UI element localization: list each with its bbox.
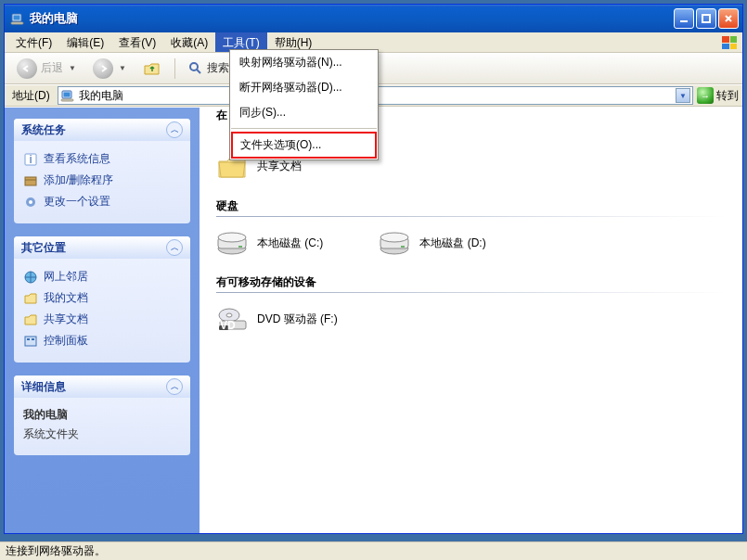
documents-icon (23, 291, 38, 306)
svg-point-20 (218, 233, 246, 242)
status-text: 连接到网络驱动器。 (6, 543, 106, 559)
svg-text:i: i (30, 153, 32, 166)
link-label: 网上邻居 (44, 269, 88, 285)
dvd-drive[interactable]: DVD DVD 驱动器 (F:) (216, 306, 338, 332)
maximize-button[interactable] (696, 8, 716, 29)
link-shared-docs[interactable]: 共享文档 (23, 309, 181, 330)
titlebar[interactable]: 我的电脑 (5, 5, 742, 32)
menu-folder-options[interactable]: 文件夹选项(O)... (233, 134, 375, 157)
section-removable: 有可移动存储的设备 (216, 274, 726, 290)
chevron-down-icon[interactable]: ▼ (676, 88, 690, 103)
search-button[interactable]: 搜索 (182, 57, 236, 80)
link-change-setting[interactable]: 更改一个设置 (23, 191, 181, 212)
collapse-icon[interactable]: ︿ (166, 121, 183, 138)
link-label: 添加/删除程序 (44, 172, 113, 188)
dvd-label: DVD 驱动器 (F:) (257, 312, 338, 327)
svg-text:DVD: DVD (216, 319, 236, 332)
menu-map-drive[interactable]: 映射网络驱动器(N)... (230, 50, 378, 75)
forward-button[interactable]: ▼ (86, 55, 133, 83)
panel-head-system-tasks[interactable]: 系统任务 ︿ (14, 119, 190, 141)
forward-icon (93, 58, 113, 79)
svg-rect-3 (680, 20, 688, 22)
link-network-places[interactable]: 网上邻居 (23, 266, 181, 287)
panel-title: 系统任务 (21, 122, 66, 138)
back-button[interactable]: 后退 ▼ (10, 55, 83, 83)
menu-disconnect-drive[interactable]: 断开网络驱动器(D)... (230, 75, 378, 100)
collapse-icon[interactable]: ︿ (166, 378, 183, 395)
panel-head-other-places[interactable]: 其它位置 ︿ (14, 236, 190, 259)
svg-rect-25 (401, 246, 405, 248)
link-label: 更改一个设置 (44, 194, 110, 210)
info-icon: i (23, 152, 38, 167)
control-icon (23, 195, 38, 210)
go-label: 转到 (716, 88, 739, 104)
menu-sync[interactable]: 同步(S)... (230, 100, 378, 125)
tools-dropdown: 映射网络驱动器(N)... 断开网络驱动器(D)... 同步(S)... 文件夹… (229, 49, 379, 160)
svg-rect-15 (25, 337, 36, 346)
package-icon (23, 173, 38, 188)
drive-label: 本地磁盘 (C:) (257, 235, 323, 251)
shared-folder-icon (23, 312, 38, 327)
status-bar: 连接到网络驱动器。 (0, 541, 747, 560)
drive-c[interactable]: 本地磁盘 (C:) (216, 230, 323, 256)
panel-title: 其它位置 (21, 240, 66, 256)
minimize-button[interactable] (674, 8, 694, 29)
drive-d[interactable]: 本地磁盘 (D:) (379, 230, 485, 256)
control-panel-icon (23, 334, 38, 349)
shared-folder-label[interactable]: 共享文档 (257, 159, 302, 174)
hard-drive-icon (216, 230, 248, 256)
svg-rect-21 (238, 246, 242, 248)
svg-rect-4 (702, 15, 710, 22)
svg-point-13 (29, 200, 32, 204)
menu-file[interactable]: 文件(F) (8, 32, 59, 52)
search-icon (188, 61, 203, 76)
dvd-drive-icon: DVD (216, 306, 248, 332)
windows-logo-icon (718, 32, 741, 53)
svg-point-27 (226, 313, 232, 317)
details-desc: 系统文件夹 (23, 425, 181, 444)
menu-separator (231, 128, 377, 129)
drive-label: 本地磁盘 (D:) (419, 235, 485, 251)
chevron-down-icon: ▼ (69, 64, 76, 72)
svg-rect-8 (61, 99, 73, 101)
my-computer-icon (60, 88, 75, 103)
svg-rect-16 (27, 338, 30, 340)
panel-head-details[interactable]: 详细信息 ︿ (14, 375, 190, 398)
content-pane: 在 共享文档 硬盘 本地磁盘 (C:) 本地磁盘 (D:) 有可移动存储的设备 (200, 108, 742, 533)
link-label: 共享文档 (44, 312, 88, 327)
panel-title: 详细信息 (21, 379, 66, 395)
sidebar: 系统任务 ︿ i查看系统信息 添加/删除程序 更改一个设置 其它位置 ︿ 网上邻… (5, 108, 200, 533)
network-icon (23, 270, 38, 285)
truncated-section-label: 在 (216, 108, 227, 123)
link-my-documents[interactable]: 我的文档 (23, 287, 181, 309)
panel-details: 详细信息 ︿ 我的电脑 系统文件夹 (14, 375, 190, 455)
link-control-panel[interactable]: 控制面板 (23, 330, 181, 351)
section-hard-disks: 硬盘 (216, 198, 726, 214)
my-computer-icon (10, 11, 25, 26)
up-button[interactable] (136, 57, 168, 81)
details-name: 我的电脑 (23, 405, 181, 425)
link-label: 我的文档 (44, 290, 88, 306)
link-add-remove[interactable]: 添加/删除程序 (23, 170, 181, 191)
collapse-icon[interactable]: ︿ (166, 239, 183, 256)
address-label: 地址(D) (8, 88, 54, 104)
svg-rect-1 (14, 16, 20, 20)
menu-fav[interactable]: 收藏(A) (163, 32, 215, 52)
link-system-info[interactable]: i查看系统信息 (23, 148, 181, 170)
link-label: 查看系统信息 (44, 151, 110, 167)
back-icon (17, 58, 37, 79)
go-icon: → (697, 87, 714, 104)
menu-view[interactable]: 查看(V) (111, 32, 163, 52)
folder-up-icon (143, 60, 161, 77)
menu-edit[interactable]: 编辑(E) (59, 32, 111, 52)
panel-other-places: 其它位置 ︿ 网上邻居 我的文档 共享文档 控制面板 (14, 236, 190, 363)
back-label: 后退 (41, 60, 63, 76)
panel-system-tasks: 系统任务 ︿ i查看系统信息 添加/删除程序 更改一个设置 (14, 119, 190, 223)
go-button[interactable]: → 转到 (697, 87, 739, 104)
close-button[interactable] (718, 8, 739, 29)
highlight-box: 文件夹选项(O)... (231, 132, 377, 159)
svg-rect-11 (25, 177, 36, 185)
svg-rect-17 (32, 338, 34, 340)
svg-rect-7 (63, 93, 70, 97)
svg-point-24 (380, 233, 408, 242)
